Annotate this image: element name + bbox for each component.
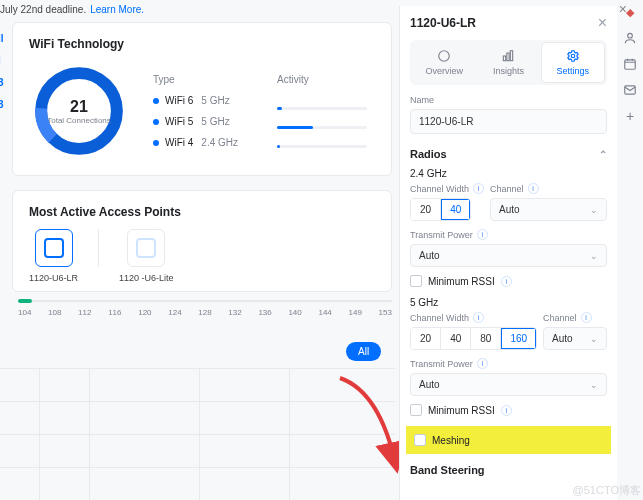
axis-tick: 124	[168, 308, 181, 317]
axis-tick: 104	[18, 308, 31, 317]
svg-point-3	[439, 51, 450, 62]
device-settings-panel: 1120-U6-LR × Overview Insights Settings …	[399, 6, 617, 500]
width-option[interactable]: 40	[441, 199, 470, 220]
deadline-text: July 22nd deadline.	[0, 4, 86, 15]
axis-tick: 144	[318, 308, 331, 317]
panel-tabs: Overview Insights Settings	[410, 40, 607, 85]
info-icon[interactable]: i	[477, 358, 488, 369]
axis-tick: 140	[288, 308, 301, 317]
band-steering-heading: Band Steering	[410, 464, 485, 476]
axis-tick: 108	[48, 308, 61, 317]
svg-rect-6	[511, 51, 513, 61]
axis-tick: 112	[78, 308, 91, 317]
legend-row: WiFi 42.4 GHz	[153, 137, 238, 148]
channel-width-24[interactable]: 2040	[410, 198, 471, 221]
right-icon-rail: ◆ +	[619, 4, 641, 124]
watermark: @51CTO博客	[573, 483, 641, 498]
rail-alert-icon[interactable]: ◆	[622, 4, 638, 20]
svg-point-8	[628, 33, 633, 38]
min-rssi-checkbox-24[interactable]	[410, 275, 422, 287]
width-option[interactable]: 40	[441, 328, 471, 349]
device-name-input[interactable]	[410, 109, 607, 134]
radio-5ghz-block: 5 GHz Channel Widthi 204080160 Channeli …	[410, 297, 607, 416]
channel-select-5[interactable]: Auto⌄	[543, 327, 607, 350]
min-rssi-checkbox-5[interactable]	[410, 404, 422, 416]
info-icon[interactable]: i	[501, 405, 512, 416]
tab-settings[interactable]: Settings	[542, 43, 604, 82]
legend-row: WiFi 65 GHz	[153, 95, 238, 106]
rail-calendar-icon[interactable]	[622, 56, 638, 72]
card-title: WiFi Technology	[29, 37, 375, 51]
activity-bar	[277, 145, 367, 148]
card-title: Most Active Access Points	[29, 205, 375, 219]
wifi-technology-card: WiFi Technology 21 Total Connections Typ…	[12, 22, 392, 176]
radio-24ghz-block: 2.4 GHz Channel Widthi 2040 Channeli Aut…	[410, 168, 607, 287]
access-points-card: Most Active Access Points 1120-U6-LR1120…	[12, 190, 392, 292]
data-grid	[0, 368, 395, 500]
radio-5-title: 5 GHz	[410, 297, 607, 308]
axis-tick: 132	[228, 308, 241, 317]
info-icon[interactable]: i	[528, 183, 539, 194]
ap-item[interactable]: 1120 -U6-Lite	[119, 229, 174, 283]
svg-rect-9	[625, 60, 636, 69]
activity-bar	[277, 126, 367, 129]
name-label: Name	[410, 95, 607, 105]
rail-add-icon[interactable]: +	[622, 108, 638, 124]
axis-tick: 149	[349, 308, 362, 317]
svg-point-7	[571, 54, 575, 58]
info-icon[interactable]: i	[501, 276, 512, 287]
connections-donut: 21 Total Connections	[29, 61, 129, 161]
width-option[interactable]: 20	[411, 199, 441, 220]
info-icon[interactable]: i	[473, 312, 484, 323]
learn-more-link[interactable]: Learn More.	[90, 4, 144, 15]
svg-rect-4	[504, 56, 506, 61]
info-icon[interactable]: i	[473, 183, 484, 194]
ap-item[interactable]: 1120-U6-LR	[29, 229, 78, 283]
rail-user-icon[interactable]	[622, 30, 638, 46]
axis-tick: 136	[258, 308, 271, 317]
rail-mail-icon[interactable]	[622, 82, 638, 98]
tab-overview[interactable]: Overview	[413, 43, 475, 82]
tab-insights[interactable]: Insights	[477, 43, 539, 82]
width-option[interactable]: 20	[411, 328, 441, 349]
axis-tick: 128	[198, 308, 211, 317]
radios-heading: Radios	[410, 148, 447, 160]
channel-select-24[interactable]: Auto⌄	[490, 198, 607, 221]
width-option[interactable]: 160	[501, 328, 536, 349]
meshing-checkbox[interactable]	[414, 434, 426, 446]
tx-power-select-24[interactable]: Auto⌄	[410, 244, 607, 267]
donut-label: Total Connections	[47, 116, 111, 125]
type-heading: Type	[153, 74, 238, 85]
axis-tick: 153	[379, 308, 392, 317]
axis-tick: 116	[108, 308, 121, 317]
axis-tick: 120	[138, 308, 151, 317]
info-icon[interactable]: i	[581, 312, 592, 323]
channel-axis: 104108112116120124128132136140144149153	[18, 300, 392, 317]
info-icon[interactable]: i	[477, 229, 488, 240]
donut-value: 21	[70, 98, 88, 116]
legend-row: WiFi 55 GHz	[153, 116, 238, 127]
radio-24-title: 2.4 GHz	[410, 168, 607, 179]
activity-heading: Activity	[277, 74, 367, 85]
activity-bar	[277, 107, 367, 110]
panel-title: 1120-U6-LR	[410, 16, 476, 30]
svg-rect-5	[507, 53, 509, 61]
meshing-highlight: Meshing	[406, 426, 611, 454]
width-option[interactable]: 80	[471, 328, 501, 349]
collapse-icon[interactable]: ⌃	[599, 149, 607, 160]
panel-close-icon[interactable]: ×	[598, 14, 607, 32]
channel-width-5[interactable]: 204080160	[410, 327, 537, 350]
filter-all-pill[interactable]: All	[346, 342, 381, 361]
left-peek-labels: lli33	[0, 28, 4, 116]
tx-power-select-5[interactable]: Auto⌄	[410, 373, 607, 396]
